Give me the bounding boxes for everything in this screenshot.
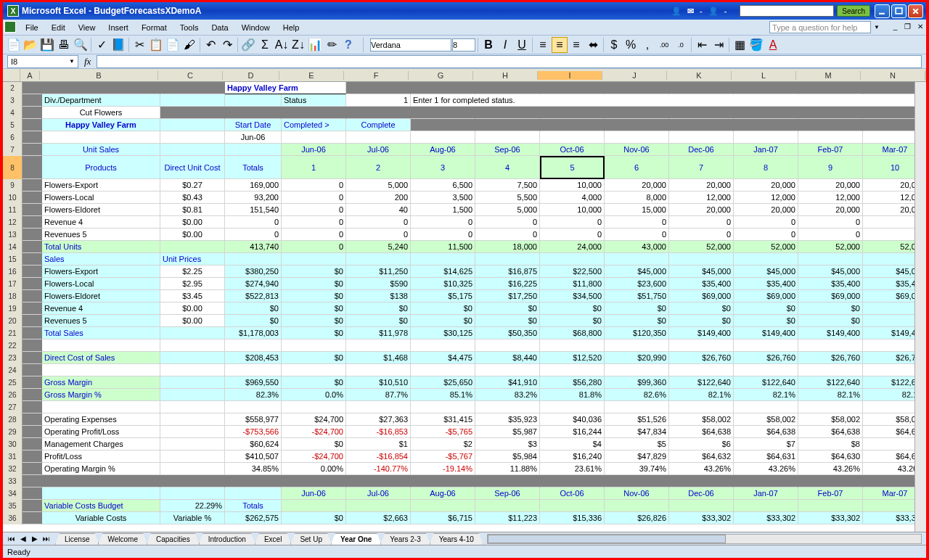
- cell[interactable]: $10,325: [411, 278, 475, 290]
- drawing-icon[interactable]: ✏: [324, 37, 340, 53]
- cell[interactable]: [22, 426, 42, 438]
- cell[interactable]: Jul-06: [346, 144, 411, 156]
- cell[interactable]: [734, 253, 798, 265]
- cell[interactable]: [42, 487, 160, 500]
- cell[interactable]: Cut Flowers: [42, 107, 160, 119]
- col-header[interactable]: C: [158, 71, 223, 80]
- cell[interactable]: [22, 463, 42, 475]
- cell[interactable]: [160, 119, 225, 131]
- cell[interactable]: [734, 401, 798, 413]
- cell[interactable]: $0: [225, 315, 282, 327]
- row-header[interactable]: 30: [3, 438, 22, 450]
- cell[interactable]: 0: [540, 216, 605, 228]
- open-icon[interactable]: 📂: [22, 37, 38, 53]
- cell[interactable]: 0: [734, 228, 798, 241]
- cell[interactable]: Profit/Loss: [42, 450, 160, 463]
- cell[interactable]: [346, 339, 411, 352]
- cell[interactable]: [225, 401, 282, 413]
- cell[interactable]: [734, 500, 798, 512]
- row-header[interactable]: 34: [3, 487, 22, 500]
- menu-edit[interactable]: Edit: [45, 22, 72, 33]
- cell[interactable]: -140.77%: [346, 463, 411, 475]
- cell[interactable]: [605, 364, 669, 376]
- cell[interactable]: [225, 487, 282, 500]
- cell[interactable]: [669, 253, 734, 265]
- cell[interactable]: $30,125: [411, 327, 475, 339]
- doc-icon[interactable]: [4, 21, 16, 33]
- cell[interactable]: 43,000: [605, 241, 669, 253]
- cell[interactable]: [42, 475, 160, 487]
- cell[interactable]: 6,500: [411, 179, 475, 192]
- cell[interactable]: $68,800: [540, 327, 605, 339]
- comma-button[interactable]: ,: [639, 37, 655, 53]
- cell[interactable]: $0: [669, 315, 734, 327]
- cell[interactable]: $51,526: [605, 413, 669, 426]
- cell[interactable]: $34,500: [540, 290, 605, 302]
- cell[interactable]: $0: [282, 302, 346, 315]
- cell[interactable]: $8: [798, 438, 863, 450]
- cell[interactable]: -$24,700: [282, 450, 346, 463]
- row-header[interactable]: 36: [3, 512, 22, 524]
- col-header[interactable]: E: [279, 71, 344, 80]
- cell[interactable]: $0: [475, 315, 540, 327]
- new-icon[interactable]: 📄: [6, 37, 22, 53]
- cell[interactable]: 0: [605, 228, 669, 241]
- sheet-tab[interactable]: Years 4-10: [430, 533, 483, 545]
- cell[interactable]: $0.00: [160, 216, 225, 228]
- cell[interactable]: $0: [282, 265, 346, 278]
- cell[interactable]: [160, 107, 225, 119]
- cell[interactable]: $0.00: [160, 302, 225, 315]
- menu-file[interactable]: File: [19, 22, 45, 33]
- cell[interactable]: 0: [282, 241, 346, 253]
- row-header[interactable]: 29: [3, 426, 22, 438]
- cell[interactable]: $41,910: [475, 376, 540, 389]
- cell[interactable]: $0: [225, 302, 282, 315]
- cell[interactable]: $969,550: [225, 376, 282, 389]
- help-search-input[interactable]: [769, 21, 871, 33]
- cell[interactable]: $47,834: [605, 426, 669, 438]
- search-input[interactable]: [740, 5, 834, 17]
- cell[interactable]: $0.81: [160, 204, 225, 216]
- cell[interactable]: 11,500: [411, 241, 475, 253]
- sheet-tab[interactable]: Introduction: [199, 533, 255, 545]
- row-header[interactable]: 8: [3, 156, 22, 179]
- cell[interactable]: [160, 413, 225, 426]
- mail-icon[interactable]: ✉: [687, 7, 694, 16]
- cell[interactable]: $58,002: [669, 413, 734, 426]
- cell[interactable]: Products: [42, 156, 160, 179]
- cell[interactable]: [42, 339, 160, 352]
- cell[interactable]: Sales: [42, 253, 160, 265]
- cell[interactable]: Start Date: [225, 119, 282, 131]
- cell[interactable]: 23.61%: [540, 463, 605, 475]
- cell[interactable]: $58,002: [798, 413, 863, 426]
- cell[interactable]: -$16,853: [346, 426, 411, 438]
- cell[interactable]: $16,225: [475, 278, 540, 290]
- cell[interactable]: [22, 389, 42, 401]
- cell[interactable]: 0: [475, 228, 540, 241]
- cell[interactable]: [411, 107, 475, 119]
- cell[interactable]: [669, 401, 734, 413]
- cell[interactable]: $122,640: [798, 376, 863, 389]
- fill-color-button[interactable]: 🪣: [748, 37, 764, 53]
- cell[interactable]: [346, 364, 411, 376]
- cell[interactable]: Status: [282, 94, 346, 107]
- cell[interactable]: [22, 253, 42, 265]
- cell[interactable]: [475, 253, 540, 265]
- cell[interactable]: $0: [282, 352, 346, 364]
- cell[interactable]: [734, 339, 798, 352]
- cell[interactable]: $208,453: [225, 352, 282, 364]
- cell[interactable]: $26,826: [605, 512, 669, 524]
- print-icon[interactable]: 🖶: [56, 37, 72, 53]
- col-header[interactable]: L: [732, 71, 796, 80]
- cell[interactable]: $24,700: [282, 413, 346, 426]
- cell[interactable]: $0: [411, 315, 475, 327]
- cell[interactable]: $35,923: [475, 413, 540, 426]
- hyperlink-icon[interactable]: 🔗: [240, 37, 256, 53]
- cell[interactable]: $11,223: [475, 512, 540, 524]
- cell[interactable]: $35,400: [798, 278, 863, 290]
- sheet-tab[interactable]: Capacities: [147, 533, 200, 545]
- cell[interactable]: $5,175: [411, 290, 475, 302]
- cell[interactable]: [22, 241, 42, 253]
- search-button[interactable]: Search: [837, 5, 870, 17]
- cell[interactable]: Jan-07: [734, 144, 798, 156]
